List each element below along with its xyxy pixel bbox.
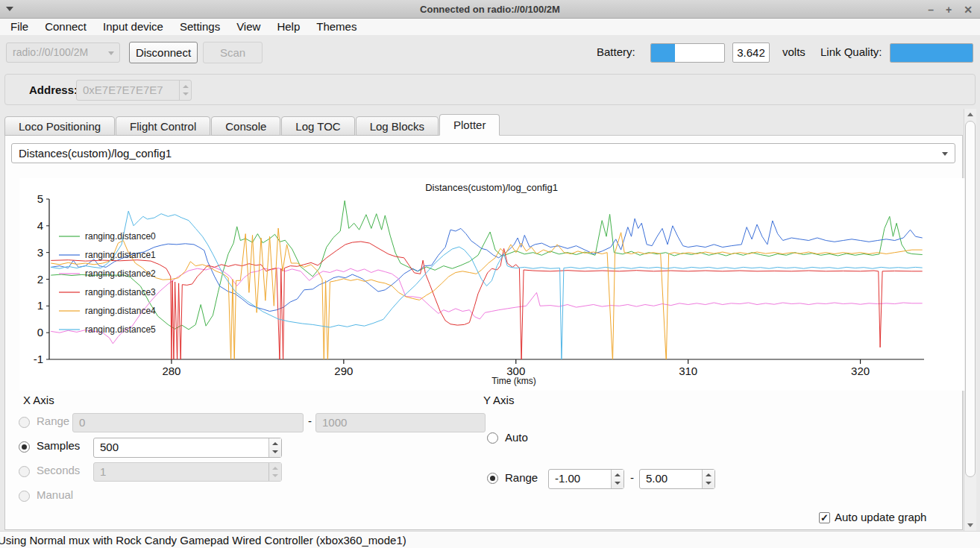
x-range-from-field[interactable]: 0 [72,413,304,432]
interface-select[interactable]: radio://0/100/2M [6,42,120,63]
spin-up-icon [272,467,278,470]
svg-text:280: 280 [162,365,180,377]
tab-console[interactable]: Console [211,116,280,136]
menu-help[interactable]: Help [268,19,308,35]
y-range-min-value: -1.00 [555,472,580,485]
address-spinbox[interactable]: 0xE7E7E7E7E7 [76,80,192,101]
status-text: Using Normal mux with Rock Candy Gamepad… [0,534,406,547]
scroll-up-icon[interactable] [967,113,973,116]
spin-down-icon [706,482,712,485]
spin-up-icon [615,473,621,476]
window-title: Connected on radio://0/100/2M [0,4,980,15]
window-menu-icon[interactable] [6,7,13,11]
volts-label: volts [782,45,805,58]
y-range-max-field[interactable]: 5.00 [639,469,715,489]
y-range-min-spin-buttons[interactable] [611,470,624,488]
y-range-separator: - [630,471,634,484]
auto-update-checkbox[interactable]: ✓ [819,512,830,523]
x-range-radio[interactable] [19,417,30,428]
vertical-scrollbar[interactable] [964,109,976,531]
x-range-to-field[interactable]: 1000 [315,413,486,432]
menu-connect[interactable]: Connect [37,19,95,35]
y-axis-section-title: Y Axis [483,394,514,406]
x-samples-field[interactable]: 500 [93,438,282,458]
distances-chart: Distances(custom)/log_config1Time (kms)-… [19,178,964,391]
y-range-max-value: 5.00 [646,472,668,485]
x-manual-label: Manual [37,488,73,501]
x-seconds-label: Seconds [37,464,80,476]
svg-text:310: 310 [679,365,697,377]
window-titlebar[interactable]: Connected on radio://0/100/2M – + ✕ [0,0,980,19]
spin-down-icon [183,92,189,95]
maximize-button[interactable]: + [946,4,952,16]
scrollbar-thumb[interactable] [965,121,976,477]
x-manual-radio[interactable] [19,491,30,502]
x-seconds-value: 1 [100,465,106,478]
x-axis-section-title: X Axis [23,394,54,406]
close-button[interactable]: ✕ [964,4,973,16]
svg-text:3: 3 [37,246,43,259]
connection-toolbar: radio://0/100/2M Disconnect Scan Battery… [0,35,980,69]
address-value: 0xE7E7E7E7E7 [83,84,163,96]
svg-text:5: 5 [37,192,43,205]
status-bar: Using Normal mux with Rock Candy Gamepad… [0,531,980,548]
minimize-button[interactable]: – [928,4,934,16]
link-quality-label: Link Quality: [820,45,882,58]
legend-label-ranging.distance0: ranging.distance0 [85,231,156,242]
menu-file[interactable]: File [2,19,37,35]
x-range-label: Range [37,415,69,427]
battery-progress-fill [651,44,675,62]
x-seconds-spin-buttons[interactable] [268,463,281,481]
y-range-label: Range [505,471,538,484]
scan-button[interactable]: Scan [203,42,263,63]
svg-text:-1: -1 [34,353,43,365]
x-samples-label: Samples [37,439,80,452]
auto-update-label: Auto update graph [835,511,926,523]
spin-down-icon [272,450,278,453]
x-range-from-value: 0 [79,416,85,429]
y-auto-radio[interactable] [487,432,498,444]
battery-voltage-value: 3.642 [732,42,770,63]
chevron-down-icon [942,152,948,156]
svg-text:Distances(custom)/log_config1: Distances(custom)/log_config1 [425,182,558,193]
interface-select-value: radio://0/100/2M [13,46,88,58]
svg-text:320: 320 [851,365,870,377]
log-config-select-value: Distances(custom)/log_config1 [19,147,172,160]
tab-plotter[interactable]: Plotter [439,114,500,136]
svg-text:4: 4 [37,219,43,232]
disconnect-button[interactable]: Disconnect [129,42,198,63]
legend-label-ranging.distance4: ranging.distance4 [85,306,156,316]
legend-label-ranging.distance3: ranging.distance3 [85,287,156,297]
address-frame: Address: 0xE7E7E7E7E7 [4,74,976,105]
plot-area[interactable]: Distances(custom)/log_config1Time (kms)-… [19,178,964,391]
series-ranging.distance3 [51,242,922,362]
x-samples-radio[interactable] [19,441,30,453]
tab-flight-control[interactable]: Flight Control [116,116,210,136]
y-auto-label: Auto [505,431,528,444]
menu-themes[interactable]: Themes [308,19,365,35]
menu-settings[interactable]: Settings [172,19,228,35]
x-range-separator: - [308,415,312,427]
y-range-radio[interactable] [487,473,498,484]
tab-log-blocks[interactable]: Log Blocks [356,116,439,136]
x-samples-spin-buttons[interactable] [268,438,281,457]
x-seconds-field[interactable]: 1 [93,462,282,482]
address-spin-buttons[interactable] [179,81,191,100]
link-quality-progressbar [890,43,973,63]
chevron-down-icon [108,51,114,55]
y-range-min-field[interactable]: -1.00 [548,469,624,489]
tab-loco-positioning[interactable]: Loco Positioning [4,116,115,136]
tab-log-toc[interactable]: Log TOC [281,116,354,136]
spin-down-icon [615,482,621,485]
menu-input-device[interactable]: Input device [95,19,172,35]
svg-text:1: 1 [37,299,43,312]
address-label: Address: [29,84,78,96]
y-range-max-spin-buttons[interactable] [702,470,714,488]
x-range-to-value: 1000 [322,416,347,429]
x-seconds-radio[interactable] [19,466,30,477]
link-quality-progress-fill [891,44,973,62]
battery-label: Battery: [597,45,635,58]
scroll-down-icon[interactable] [967,523,973,527]
log-config-select[interactable]: Distances(custom)/log_config1 [11,143,955,163]
menu-view[interactable]: View [228,19,268,35]
